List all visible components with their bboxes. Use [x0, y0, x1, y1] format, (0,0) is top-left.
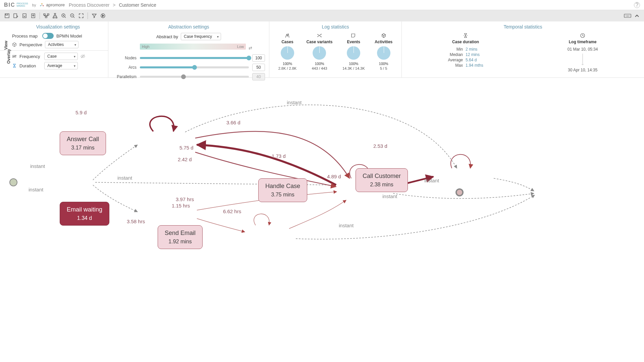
nodes-label: Nodes	[112, 56, 137, 60]
cube-icon	[12, 42, 17, 47]
map-bpmn-toggle[interactable]	[42, 33, 54, 39]
edge-label: instant	[117, 175, 132, 181]
breadcrumb-sep: >	[113, 2, 115, 8]
edge-label: 1.15 hrs	[172, 203, 190, 208]
abstract-by-select[interactable]: Case frequency	[181, 33, 221, 40]
pie-icon	[281, 46, 294, 60]
duration-label: Duration	[19, 63, 42, 68]
case-duration-col: Case duration Min2 mins Median12 mins Av…	[448, 33, 483, 72]
edge-label: 4.89 d	[327, 174, 341, 179]
svg-rect-6	[23, 14, 26, 18]
edge-label: 5.9 d	[75, 110, 87, 115]
nodes-value[interactable]: 100	[252, 54, 265, 62]
node-send-email[interactable]: Send Email 1.92 mins	[158, 225, 203, 249]
events-icon	[351, 33, 357, 39]
collapse-panel-button[interactable]	[633, 12, 641, 19]
arcs-label: Arcs	[112, 65, 137, 70]
edge-label: instant	[287, 100, 302, 105]
abstraction-settings: Abstraction settings Abstract by Case fr…	[108, 21, 269, 77]
edge-label: 1.73 d	[272, 153, 286, 159]
svg-point-0	[42, 3, 43, 4]
edge-label: instant	[424, 178, 439, 183]
layout-horizontal-button[interactable]	[43, 12, 50, 19]
timeframe-end: 30 Apr 10, 14:35	[568, 68, 597, 72]
logo-text: BIC	[4, 2, 15, 8]
cases-icon	[284, 33, 290, 39]
svg-rect-9	[47, 14, 49, 15]
svg-rect-11	[54, 13, 56, 14]
swap-icon[interactable]: ⇄	[249, 46, 252, 51]
arcs-value[interactable]: 50	[252, 64, 265, 71]
node-handle-case[interactable]: Handle Case 3.75 mins	[258, 178, 307, 202]
breadcrumb-current: Customer Service	[119, 2, 156, 8]
filter-button[interactable]	[91, 12, 98, 19]
abstract-by-label: Abstract by	[156, 34, 178, 39]
tally-icon	[12, 54, 17, 59]
animate-button[interactable]	[99, 12, 107, 19]
process-map-label: Process map	[12, 34, 40, 39]
process-graph[interactable]: Answer Call 3.17 mins Email waiting 1.34…	[0, 78, 644, 286]
node-answer-call[interactable]: Answer Call 3.17 mins	[60, 131, 106, 155]
node-call-customer[interactable]: Call Customer 2.38 mins	[356, 168, 408, 192]
visibility-off-icon[interactable]	[80, 54, 85, 59]
zoom-out-button[interactable]	[69, 12, 76, 19]
export-log-button[interactable]	[12, 12, 19, 19]
export-png-button[interactable]	[30, 12, 37, 19]
edge-label: 5.75 d	[179, 145, 194, 150]
start-node[interactable]	[9, 178, 17, 186]
svg-rect-17	[624, 14, 631, 17]
clock-icon	[580, 33, 586, 39]
breadcrumb-app[interactable]: Process Discoverer	[69, 2, 109, 8]
apromore-icon	[40, 3, 44, 7]
layout-vertical-button[interactable]	[51, 12, 59, 19]
help-icon[interactable]: ?	[634, 2, 640, 8]
activities-icon	[381, 33, 387, 39]
temp-title: Temporal statistics	[406, 24, 640, 29]
save-button[interactable]	[3, 12, 11, 19]
logo-by: by	[32, 3, 36, 7]
fit-screen-button[interactable]	[77, 12, 85, 19]
svg-rect-5	[14, 14, 17, 18]
svg-rect-8	[44, 14, 45, 15]
stat-variants: Case variants 100% 443 / 443	[306, 33, 332, 70]
svg-rect-10	[45, 16, 47, 18]
timeframe-col: Log timeframe 01 Mar 10, 05:34 30 Apr 10…	[568, 33, 598, 72]
svg-point-3	[42, 4, 42, 5]
edge-label: 3.66 d	[226, 120, 240, 125]
logo-subtext: PROCESS MINING	[17, 3, 28, 7]
bpmn-model-label: BPMN Model	[56, 34, 82, 39]
zoom-in-button[interactable]	[60, 12, 67, 19]
tab-view: View	[4, 41, 8, 50]
variants-icon	[316, 33, 322, 39]
highlow-bar: High Low	[140, 44, 246, 50]
hourglass-icon	[12, 63, 17, 68]
toolbar-divider	[88, 12, 88, 19]
log-title: Log statistics	[273, 24, 397, 29]
edge-label: instant	[30, 163, 45, 169]
arcs-slider[interactable]	[140, 66, 249, 68]
abs-title: Abstraction settings	[112, 24, 265, 29]
app-header: BIC PROCESS MINING by apromore Process D…	[0, 0, 644, 10]
edge-label: instant	[339, 223, 354, 228]
keyboard-icon[interactable]	[624, 12, 631, 19]
pie-icon	[377, 46, 390, 60]
perspective-select[interactable]: Activities	[45, 41, 78, 48]
toolbar	[0, 10, 644, 21]
svg-rect-12	[53, 17, 54, 18]
pie-icon	[347, 46, 360, 60]
tab-overlay: Overlay	[6, 49, 11, 64]
end-node[interactable]	[455, 188, 464, 196]
edge-label: instant	[29, 187, 43, 192]
export-pdf-button[interactable]	[21, 12, 28, 19]
stat-activities: Activities 100% 5 / 5	[375, 33, 392, 70]
duration-select[interactable]: Average	[44, 62, 78, 69]
edge-label: 6.62 hrs	[223, 208, 241, 214]
temporal-statistics: Temporal statistics Case duration Min2 m…	[401, 21, 644, 77]
perspective-label: Perspective	[19, 42, 42, 47]
frequency-select[interactable]: Case	[44, 53, 78, 60]
nodes-slider[interactable]	[140, 57, 249, 59]
settings-panel: Visualization settings View Overlay Proc…	[0, 21, 644, 78]
edge-label: instant	[382, 193, 397, 199]
edge-label: 3.58 hrs	[127, 219, 145, 224]
node-email-waiting[interactable]: Email waiting 1.34 d	[60, 202, 109, 226]
